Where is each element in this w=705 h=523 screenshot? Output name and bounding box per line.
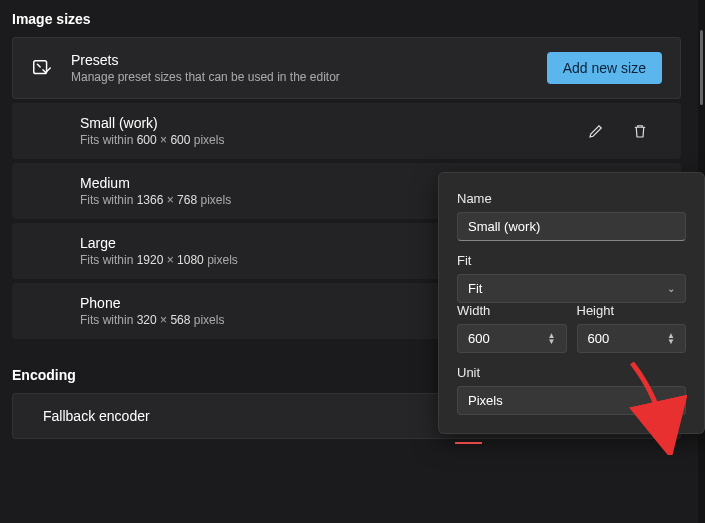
delete-icon[interactable] [631,122,649,140]
scrollbar-thumb[interactable] [700,30,703,105]
width-value: 600 [468,331,490,346]
fit-select[interactable]: Fit ⌄ [457,274,686,303]
presets-title: Presets [71,52,529,68]
add-new-size-button[interactable]: Add new size [547,52,662,84]
chevron-down-icon: ⌄ [667,395,675,406]
name-input[interactable] [457,212,686,241]
size-desc: Fits within 600 × 600 pixels [80,133,587,147]
unit-value: Pixels [468,393,503,408]
fit-label: Fit [457,253,686,268]
presets-subtitle: Manage preset sizes that can be used in … [71,70,529,84]
spinner-icon: ▲▼ [548,333,556,344]
presets-icon [31,57,53,79]
size-name: Small (work) [80,115,587,131]
edit-size-flyout: Name Fit Fit ⌄ Width 600 ▲▼ Height 600 ▲… [438,172,705,434]
width-input[interactable]: 600 ▲▼ [457,324,567,353]
section-title-image-sizes: Image sizes [12,11,681,27]
unit-label: Unit [457,365,686,380]
height-label: Height [577,303,687,318]
unit-select[interactable]: Pixels ⌄ [457,386,686,415]
height-input[interactable]: 600 ▲▼ [577,324,687,353]
size-row-small[interactable]: Small (work) Fits within 600 × 600 pixel… [12,103,681,159]
chevron-down-icon: ⌄ [667,283,675,294]
fit-value: Fit [468,281,482,296]
name-label: Name [457,191,686,206]
height-value: 600 [588,331,610,346]
width-label: Width [457,303,567,318]
edit-icon[interactable] [587,122,605,140]
spinner-icon: ▲▼ [667,333,675,344]
presets-header-card: Presets Manage preset sizes that can be … [12,37,681,99]
annotation-underline [455,442,482,444]
